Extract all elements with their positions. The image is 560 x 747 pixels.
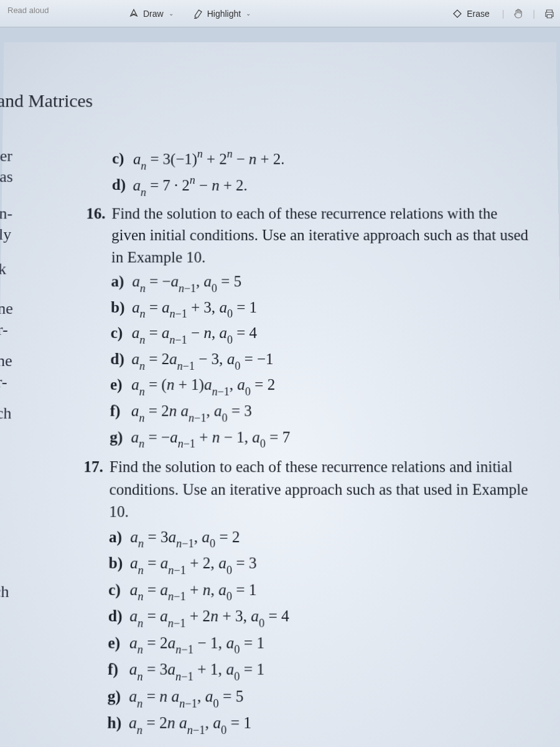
list-item: d)an = an−1 + 2n + 3, a0 = 4: [108, 605, 539, 631]
toolbar-divider: |: [533, 9, 535, 19]
list-item: b)an = an−1 + 3, a0 = 1: [111, 296, 535, 321]
problem-number: 17.: [77, 456, 110, 738]
list-item: f)an = 3an−1 + 1, a0 = 1: [108, 658, 540, 684]
document-page: and Matrices er as n- ly k ne r- ne r- c…: [0, 42, 560, 747]
list-item: h)an = 2n an−1, a0 = 1: [107, 712, 540, 737]
list-item: e)an = (n + 1)an−1, a0 = 2: [110, 374, 536, 398]
list-item: c) an = 3(−1)n + 2n − n + 2.: [112, 148, 533, 172]
list-item: c)an = an−1 − n, a0 = 4: [111, 322, 536, 347]
problem-prompt: Find the solution to each of these recur…: [109, 456, 538, 523]
pdf-toolbar: Read aloud Draw ⌄ Highlight ⌄ Erase | |: [0, 0, 560, 27]
erase-button[interactable]: Erase: [448, 6, 493, 22]
chevron-down-icon: ⌄: [246, 10, 251, 17]
left-margin-text-fragments: er as n- ly k ne r- ne r- ch ch: [0, 148, 15, 605]
highlight-label: Highlight: [207, 9, 241, 19]
list-item: c)an = an−1 + n, a0 = 1: [108, 578, 539, 604]
problem-16: 16. Find the solution to each of these r…: [80, 202, 537, 452]
erase-label: Erase: [467, 9, 490, 19]
list-item: e)an = 2an−1 − 1, a0 = 1: [108, 631, 539, 657]
draw-button[interactable]: Draw ⌄: [124, 6, 177, 22]
problem-18: 18. A person deposits $1000 in an accoun…: [76, 743, 541, 747]
problem-number: 16.: [80, 202, 112, 452]
highlight-button[interactable]: Highlight ⌄: [189, 6, 254, 22]
list-item: b)an = an−1 + 2, a0 = 3: [108, 552, 538, 577]
erase-icon: [452, 8, 463, 19]
problem-number: 18.: [76, 743, 107, 747]
draw-icon: [128, 8, 139, 19]
read-aloud-button[interactable]: Read aloud: [7, 6, 49, 15]
page-title: and Matrices: [0, 90, 533, 111]
list-item: a)an = 3an−1, a0 = 2: [109, 525, 538, 550]
problem-content: c) an = 3(−1)n + 2n − n + 2. d) an = 7 ·…: [76, 148, 541, 747]
problem-prompt: A person deposits $1000 in an account th…: [107, 743, 541, 747]
toolbar-divider: |: [502, 9, 505, 19]
list-item: g)an = −an−1 + n − 1, a0 = 7: [110, 426, 537, 451]
q15-tail: c) an = 3(−1)n + 2n − n + 2. d) an = 7 ·…: [112, 148, 534, 199]
draw-label: Draw: [143, 9, 164, 19]
list-item: f)an = 2n an−1, a0 = 3: [110, 400, 537, 425]
chevron-down-icon: ⌄: [169, 10, 174, 17]
problem-prompt: Find the solution to each of these recur…: [111, 202, 534, 268]
toolbar-spacer: Read aloud: [7, 9, 113, 19]
problem-17: 17. Find the solution to each of these r…: [77, 456, 541, 738]
hand-icon[interactable]: [513, 8, 524, 19]
print-icon[interactable]: [544, 8, 555, 19]
list-item: d) an = 7 · 2n − n + 2.: [112, 174, 534, 199]
list-item: d)an = 2an−1 − 3, a0 = −1: [110, 348, 536, 373]
highlight-icon: [192, 8, 203, 19]
list-item: a)an = −an−1, a0 = 5: [111, 271, 534, 295]
list-item: g)an = n an−1, a0 = 5: [108, 685, 541, 710]
